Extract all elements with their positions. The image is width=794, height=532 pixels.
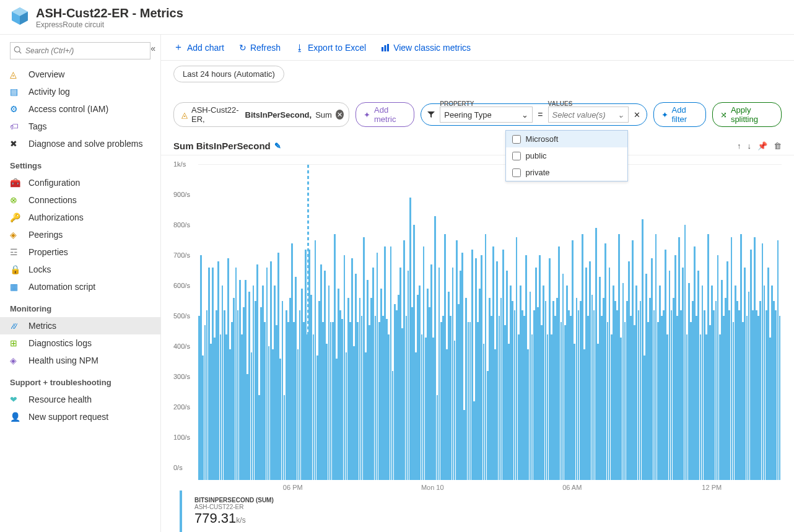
y-tick: 200/s [173, 403, 190, 411]
sidebar-item-overview[interactable]: ◬Overview [0, 66, 160, 83]
sidebar-item-resource-health[interactable]: ❤Resource health [0, 391, 160, 408]
peer-icon: ◈ [10, 230, 24, 240]
refresh-button[interactable]: ↻ Refresh [239, 43, 281, 53]
view-classic-button[interactable]: View classic metrics [381, 43, 471, 53]
x-tick: 06 AM [502, 484, 642, 499]
refresh-icon: ↻ [239, 43, 246, 53]
search-input[interactable] [10, 42, 151, 59]
remove-filter-icon[interactable]: ✕ [634, 110, 640, 120]
timerange-pill[interactable]: Last 24 hours (Automatic) [173, 66, 284, 82]
sidebar-item-metrics[interactable]: ⫻Metrics [0, 317, 160, 334]
dropdown-option[interactable]: Microsoft [506, 131, 627, 147]
dropdown-option[interactable]: private [506, 164, 627, 181]
chart-bar [779, 316, 781, 480]
checkbox[interactable] [512, 152, 521, 160]
x-tick: Mon 10 [363, 484, 503, 499]
chevron-down-icon: ⌄ [521, 110, 528, 120]
metrics-icon: ⫻ [10, 321, 24, 331]
nav-label: Peerings [28, 230, 63, 240]
values-dropdown: Microsoft public private [505, 130, 628, 181]
sidebar-item-health-using-npm[interactable]: ◈Health using NPM [0, 352, 160, 369]
chart-area: 1k/s900/s800/s700/s600/s500/s400/s300/s2… [161, 155, 794, 491]
nav-label: Authorizations [28, 212, 84, 222]
y-tick: 0/s [173, 464, 183, 471]
plus-icon: ＋ [173, 41, 183, 54]
nav-label: Tags [28, 121, 47, 131]
chart-title: Sum BitsInPerSecond [173, 141, 271, 151]
y-tick: 100/s [173, 434, 190, 441]
dropdown-option[interactable]: public [506, 147, 627, 164]
filter-plus-icon: ✦ [661, 110, 668, 120]
equals-label: = [538, 110, 543, 120]
chart-xaxis: 06 PMMon 1006 AM12 PM [223, 484, 782, 499]
remove-metric-icon[interactable]: ✕ [336, 110, 344, 120]
nav-label: Configuration [28, 178, 80, 188]
values-select[interactable]: Select value(s) ⌄ [548, 107, 629, 123]
checkbox[interactable] [512, 135, 521, 144]
chart-marker-line [307, 165, 309, 480]
filter-box: PROPERTY Peering Type ⌄ = VALUES Select … [421, 103, 647, 126]
auth-icon: 🔑 [10, 212, 24, 222]
sidebar-item-authorizations[interactable]: 🔑Authorizations [0, 209, 160, 226]
timerange-row: Last 24 hours (Automatic) [173, 66, 794, 82]
nav-monitoring-header: Monitoring [0, 295, 160, 317]
y-tick: 700/s [173, 251, 190, 259]
move-down-icon[interactable]: ↓ [748, 141, 752, 150]
property-select[interactable]: Peering Type ⌄ [440, 107, 533, 123]
add-filter-button[interactable]: ✦ Add filter [653, 102, 706, 127]
y-tick: 400/s [173, 342, 190, 350]
collapse-sidebar-icon[interactable]: « [151, 43, 155, 53]
nav-label: Activity log [28, 87, 70, 97]
nav-label: Resource health [28, 395, 92, 404]
checkbox[interactable] [512, 168, 521, 177]
pin-icon[interactable]: 📌 [757, 141, 767, 150]
sidebar-item-configuration[interactable]: 🧰Configuration [0, 174, 160, 191]
search-icon [14, 46, 22, 55]
sidebar-search [10, 42, 151, 59]
svg-rect-3 [385, 45, 386, 51]
sidebar-item-automation-script[interactable]: ▦Automation script [0, 278, 160, 295]
resource-icon: ◬ [181, 110, 188, 120]
values-label: VALUES [548, 100, 573, 107]
sidebar-item-activity-log[interactable]: ▤Activity log [0, 83, 160, 100]
add-chart-button[interactable]: ＋ Add chart [173, 41, 224, 54]
nav-label: Properties [28, 247, 68, 257]
page-subtitle: ExpressRoute circuit [36, 20, 183, 29]
metric-pill[interactable]: ◬ ASH-Cust22-ER, BitsInPerSecond, Sum ✕ [173, 102, 349, 127]
health-icon: ◈ [10, 355, 24, 365]
legend-resource: ASH-CUST22-ER [194, 504, 274, 510]
apply-splitting-button[interactable]: ⤨ Apply splitting [712, 102, 782, 127]
sidebar-item-diagnostics-logs[interactable]: ⊞Diagnostics logs [0, 334, 160, 352]
sidebar-item-connections[interactable]: ⊗Connections [0, 191, 160, 209]
x-tick: 06 PM [223, 484, 363, 499]
sidebar-item-properties[interactable]: ☲Properties [0, 243, 160, 261]
sidebar-item-tags[interactable]: 🏷Tags [0, 118, 160, 135]
sidebar: « ◬Overview▤Activity log⚙Access control … [0, 35, 161, 532]
nav-label: Automation script [28, 282, 95, 292]
nav-label: Metrics [28, 321, 56, 331]
move-up-icon[interactable]: ↑ [737, 141, 741, 150]
edit-title-icon[interactable]: ✎ [274, 141, 281, 150]
nav-label: Access control (IAM) [28, 104, 108, 114]
sidebar-item-access-control-iam-[interactable]: ⚙Access control (IAM) [0, 100, 160, 118]
delete-icon[interactable]: 🗑 [774, 141, 782, 150]
nav-label: Connections [28, 195, 77, 205]
y-tick: 600/s [173, 282, 190, 289]
cube-icon [10, 6, 30, 26]
sidebar-item-peerings[interactable]: ◈Peerings [0, 226, 160, 243]
export-excel-button[interactable]: ⭳ Export to Excel [295, 43, 366, 53]
sidebar-item-new-support-request[interactable]: 👤New support request [0, 408, 160, 425]
nav-label: Diagnose and solve problems [28, 139, 142, 149]
nav-label: New support request [28, 412, 108, 422]
conn-icon: ⊗ [10, 195, 24, 205]
config-icon: 🧰 [10, 178, 24, 188]
sidebar-item-locks[interactable]: 🔒Locks [0, 261, 160, 278]
legend-value: 779.31 [194, 510, 236, 526]
lock-icon: 🔒 [10, 264, 24, 274]
page-title: ASH-Cust22-ER - Metrics [36, 6, 183, 20]
sidebar-item-diagnose-and-solve-problems[interactable]: ✖Diagnose and solve problems [0, 135, 160, 152]
svg-line-1 [19, 51, 22, 54]
nav-support-header: Support + troubleshooting [0, 369, 160, 391]
filter-icon [427, 111, 435, 118]
add-metric-button[interactable]: ✦ Add metric [356, 102, 414, 127]
